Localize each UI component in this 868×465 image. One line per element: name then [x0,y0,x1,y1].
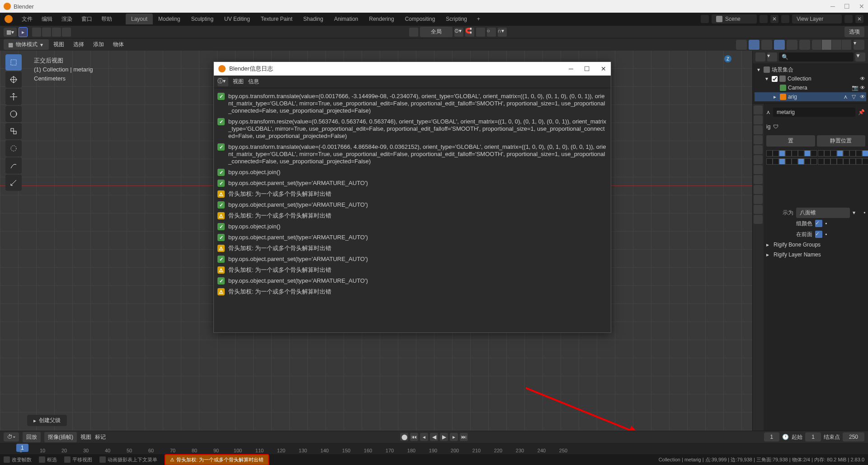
info-editor-selector[interactable]: ⓘ▾ [217,77,228,86]
log-entry[interactable]: ⚠骨头加权: 为一个或多个骨头解算时出错 [217,243,608,254]
keyframe-next-button[interactable]: ▸ [450,433,458,441]
transform-tool[interactable] [5,140,22,157]
object-mode-select[interactable]: ▦物体模式▾ [4,39,49,50]
outliner-item-collection[interactable]: ▾ Collection 👁 [755,74,866,83]
eye-icon[interactable]: 👁 [860,94,866,100]
viewlayer-name-field[interactable]: View Layer [792,14,842,24]
tab-texturepaint[interactable]: Texture Paint [255,14,298,24]
editor-type-selector[interactable]: ▦▾ [4,28,17,37]
menu-window[interactable]: 窗口 [77,15,97,23]
props-tab-constraints[interactable] [754,195,763,204]
scene-new-icon[interactable] [760,15,768,23]
log-entry[interactable]: ✓bpy.ops.object.parent_set(type='ARMATUR… [217,199,608,210]
maximize-icon[interactable]: ☐ [844,3,850,10]
overlay-options-icon[interactable] [787,40,797,50]
outliner-search-input[interactable]: 🔍 [779,52,854,62]
close-icon[interactable]: ✕ [601,65,606,72]
select-tool-button[interactable]: ▸ [19,27,28,37]
tab-rendering[interactable]: Rendering [363,14,399,24]
eye-icon[interactable]: 👁 [860,76,866,82]
pivot-icon[interactable]: ⊙▾ [454,28,463,37]
tool-options-label[interactable]: 选项 [844,27,864,37]
group-color-checkbox[interactable]: ✓ [815,220,822,227]
tab-shading[interactable]: Shading [298,14,329,24]
scale-tool[interactable] [5,123,22,139]
outliner-item-camera[interactable]: Camera 📷👁 [755,83,866,92]
proportional-icon[interactable]: ○ [487,28,496,37]
chevron-down-icon[interactable]: ▾ [765,76,770,82]
annotate-tool[interactable] [5,157,22,174]
log-entry[interactable]: ⚠骨头加权: 为一个或多个骨头解算时出错 [217,265,608,275]
view-object-types-icon[interactable] [736,40,747,50]
log-entry[interactable]: ⚠骨头加权: 为一个或多个骨头解算时出错 [217,189,608,199]
data-name-field[interactable]: metarig [773,108,855,117]
current-frame-field[interactable]: 1 [764,432,780,441]
end-frame-field[interactable]: 250 [843,432,864,441]
log-entry[interactable]: ✓bpy.ops.object.parent_set(type='ARMATUR… [217,232,608,243]
autokey-button[interactable]: ⬤ [400,433,408,441]
move-tool[interactable] [5,89,22,105]
outliner-scene-collection[interactable]: ▾ 场景集合 [755,65,866,74]
props-tab-particles[interactable] [754,175,763,184]
snap-to-icon[interactable] [476,28,485,37]
navigation-gizmo[interactable]: Z [714,55,741,82]
info-log-content[interactable]: ✓bpy.ops.transform.translate(value=(0.00… [214,88,611,332]
tab-compositing[interactable]: Compositing [400,14,441,24]
timeline-menu-view[interactable]: 视图 [80,433,91,441]
viewport-menu-view[interactable]: 视图 [49,41,69,48]
log-entry[interactable]: ✓bpy.ops.object.parent_set(type='ARMATUR… [217,178,608,189]
timeline-editor-selector[interactable]: ⏱▾ [4,432,19,441]
props-tab-world[interactable] [754,145,763,154]
menu-help[interactable]: 帮助 [97,15,117,23]
keyframe-prev-button[interactable]: ◂ [420,433,428,441]
props-tab-physics[interactable] [754,185,763,194]
overlay-toggle-icon[interactable] [774,40,785,50]
maximize-icon[interactable]: ☐ [584,65,590,72]
shading-preview-icon[interactable] [832,40,842,50]
timeline-menu-marker[interactable]: 标记 [95,433,106,441]
rotate-tool[interactable] [5,106,22,122]
jump-start-button[interactable]: ⏮ [410,433,418,441]
select-mode-icon-3[interactable] [52,28,61,37]
info-dialog-titlebar[interactable]: Blender信息日志 ─ ☐ ✕ [214,62,611,76]
viewlayer-new-icon[interactable] [844,15,853,23]
select-box-tool[interactable] [5,54,22,71]
select-mode-icon[interactable] [32,28,41,37]
tab-scripting[interactable]: Scripting [440,14,472,24]
shading-solid-icon[interactable] [822,40,832,50]
log-entry[interactable]: ✓bpy.ops.object.parent_set(type='ARMATUR… [217,254,608,265]
rest-position-button[interactable]: 静置位置 [817,135,866,147]
select-mode-icon-4[interactable] [62,28,71,37]
proportional-type-icon[interactable]: ∩▾ [498,28,507,37]
info-menu-view[interactable]: 视图 [233,78,244,85]
props-tab-bone[interactable] [754,215,763,224]
pose-position-button[interactable]: 置 [766,135,815,147]
log-entry[interactable]: ⚠骨头加权: 为一个或多个骨头解算时出错 [217,210,608,221]
outliner-filter-icon[interactable]: ▼ [855,52,865,62]
outliner-item-armature[interactable]: ▸ arig ⋏▽👁 [755,92,866,101]
display-as-select[interactable]: 八面锥 [796,208,850,218]
tab-add-button[interactable]: + [472,14,485,24]
props-tab-output[interactable] [754,115,763,124]
props-tab-modifier[interactable] [754,165,763,174]
minimize-icon[interactable]: ─ [830,3,835,10]
collection-enable-checkbox[interactable] [772,76,778,82]
info-menu-info[interactable]: 信息 [248,78,259,85]
outliner-display-mode[interactable]: ▾ [767,52,777,62]
tab-uvediting[interactable]: UV Editing [219,14,255,24]
play-button[interactable]: ▶ [440,433,448,441]
play-reverse-button[interactable]: ◀ [430,433,438,441]
log-entry[interactable]: ✓bpy.ops.object.join() [217,221,608,232]
menu-file[interactable]: 文件 [17,15,37,23]
select-mode-icon-2[interactable] [42,28,51,37]
log-entry[interactable]: ✓bpy.ops.object.parent_set(type='ARMATUR… [217,275,608,286]
log-entry[interactable]: ✓bpy.ops.object.join() [217,167,608,178]
rigify-bone-groups-panel[interactable]: ▸ Rigify Bone Groups [766,240,865,250]
tab-layout[interactable]: Layout [126,14,153,24]
tab-sculpting[interactable]: Sculpting [186,14,219,24]
timeline-playback-menu[interactable]: 回放 [23,432,41,442]
viewport-menu-add[interactable]: 添加 [89,41,108,48]
outliner-editor-selector[interactable] [755,52,765,62]
scene-delete-icon[interactable]: ✕ [770,15,778,23]
close-icon[interactable]: ✕ [859,3,864,10]
